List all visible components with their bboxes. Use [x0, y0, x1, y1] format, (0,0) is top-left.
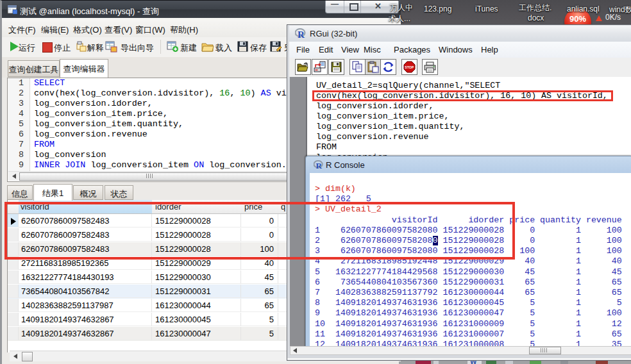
svg-text:STOP: STOP — [405, 65, 414, 69]
svg-text:R: R — [316, 161, 323, 170]
svg-text:R: R — [298, 29, 305, 39]
